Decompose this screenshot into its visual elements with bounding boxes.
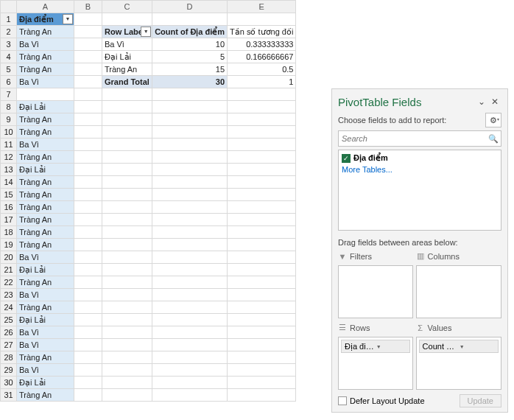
row-header[interactable]: 3 — [1, 38, 17, 51]
cell[interactable] — [228, 377, 296, 389]
cell[interactable] — [102, 364, 152, 377]
cell[interactable]: Tràng An — [17, 113, 74, 126]
cell[interactable]: Tràng An — [17, 351, 74, 364]
cell[interactable] — [228, 364, 296, 377]
cell[interactable] — [228, 226, 296, 239]
cell[interactable] — [152, 13, 228, 26]
cell[interactable] — [228, 176, 296, 189]
cell[interactable] — [74, 289, 102, 301]
cell[interactable] — [102, 126, 152, 139]
row-header[interactable]: 25 — [1, 314, 17, 326]
cell[interactable] — [102, 264, 152, 276]
cell[interactable] — [228, 351, 296, 364]
cell[interactable] — [74, 189, 102, 201]
cell[interactable]: Tràng An — [17, 151, 74, 164]
cell[interactable] — [102, 88, 152, 101]
cell[interactable] — [152, 239, 228, 251]
cell[interactable] — [17, 88, 74, 101]
cell[interactable] — [74, 364, 102, 377]
row-header[interactable]: 12 — [1, 151, 17, 164]
cell[interactable]: 0.166666667 — [228, 51, 296, 63]
cell[interactable]: Tràng An — [102, 63, 152, 76]
cell[interactable]: Row Labels▼ — [102, 26, 152, 38]
row-header[interactable]: 14 — [1, 176, 17, 189]
cell[interactable]: Ba Vì — [17, 76, 74, 88]
cell[interactable] — [228, 88, 296, 101]
row-header[interactable]: 2 — [1, 26, 17, 38]
cell[interactable] — [102, 101, 152, 113]
filter-dropdown-icon[interactable]: ▼ — [63, 14, 73, 24]
cell[interactable] — [102, 301, 152, 314]
cell[interactable]: Đại Lải — [17, 264, 74, 276]
select-all-corner[interactable] — [1, 1, 17, 13]
cell[interactable] — [102, 289, 152, 301]
cell[interactable] — [228, 201, 296, 214]
cell[interactable] — [102, 176, 152, 189]
cell[interactable] — [228, 214, 296, 226]
cell[interactable] — [102, 214, 152, 226]
filters-area[interactable] — [338, 265, 413, 318]
cell[interactable]: 0.333333333 — [228, 38, 296, 51]
cell[interactable]: Tràng An — [17, 26, 74, 38]
cell[interactable] — [74, 101, 102, 113]
col-header-a[interactable]: A — [17, 1, 74, 13]
rows-area[interactable]: Địa điểm▼ — [338, 337, 413, 390]
cell[interactable] — [152, 214, 228, 226]
cell[interactable] — [74, 301, 102, 314]
cell[interactable] — [228, 339, 296, 351]
cell[interactable] — [74, 126, 102, 139]
row-header[interactable]: 20 — [1, 251, 17, 264]
cell[interactable]: Tràng An — [17, 201, 74, 214]
col-header-d[interactable]: D — [152, 1, 228, 13]
cell[interactable]: Tràng An — [17, 239, 74, 251]
cell[interactable] — [228, 189, 296, 201]
cell[interactable] — [74, 314, 102, 326]
cell[interactable]: Ba Vì — [17, 251, 74, 264]
cell[interactable]: Tràng An — [17, 301, 74, 314]
row-header[interactable]: 8 — [1, 101, 17, 113]
cell[interactable] — [74, 151, 102, 164]
row-header[interactable]: 21 — [1, 264, 17, 276]
search-input[interactable]: 🔍 — [338, 130, 501, 147]
cell[interactable] — [152, 264, 228, 276]
cell[interactable] — [74, 88, 102, 101]
rows-chip[interactable]: Địa điểm▼ — [341, 340, 410, 353]
cell[interactable] — [102, 389, 152, 402]
cell[interactable]: Ba Vì — [102, 38, 152, 51]
row-header[interactable]: 4 — [1, 51, 17, 63]
cell[interactable] — [152, 251, 228, 264]
cell[interactable] — [228, 239, 296, 251]
cell[interactable]: 1 — [228, 76, 296, 88]
row-header[interactable]: 17 — [1, 214, 17, 226]
cell[interactable] — [102, 314, 152, 326]
cell[interactable]: Đại Lải — [102, 51, 152, 63]
cell[interactable] — [74, 51, 102, 63]
cell[interactable] — [228, 301, 296, 314]
row-header[interactable]: 22 — [1, 276, 17, 289]
cell[interactable] — [102, 239, 152, 251]
cell[interactable] — [74, 239, 102, 251]
cell[interactable] — [152, 201, 228, 214]
row-header[interactable]: 30 — [1, 377, 17, 389]
cell[interactable] — [228, 276, 296, 289]
cell[interactable] — [102, 201, 152, 214]
cell[interactable] — [74, 63, 102, 76]
cell[interactable] — [228, 139, 296, 151]
cell[interactable]: Tràng An — [17, 63, 74, 76]
cell[interactable]: Tràng An — [17, 276, 74, 289]
cell[interactable] — [152, 113, 228, 126]
row-header[interactable]: 27 — [1, 339, 17, 351]
cell[interactable] — [228, 289, 296, 301]
row-header[interactable]: 26 — [1, 326, 17, 339]
cell[interactable]: Tràng An — [17, 189, 74, 201]
cell[interactable] — [152, 276, 228, 289]
checkbox-checked-icon[interactable]: ✓ — [342, 154, 351, 163]
values-chip[interactable]: Count of Địa điểm▼ — [419, 340, 499, 353]
cell[interactable]: Đại Lải — [17, 101, 74, 113]
cell[interactable] — [228, 13, 296, 26]
row-header[interactable]: 7 — [1, 88, 17, 101]
spreadsheet-grid[interactable]: A B C D E 1Địa điểm▼2Tràng AnRow Labels▼… — [0, 0, 296, 402]
defer-checkbox[interactable] — [338, 396, 347, 405]
col-header-e[interactable]: E — [228, 1, 296, 13]
cell[interactable]: Tràng An — [17, 389, 74, 402]
